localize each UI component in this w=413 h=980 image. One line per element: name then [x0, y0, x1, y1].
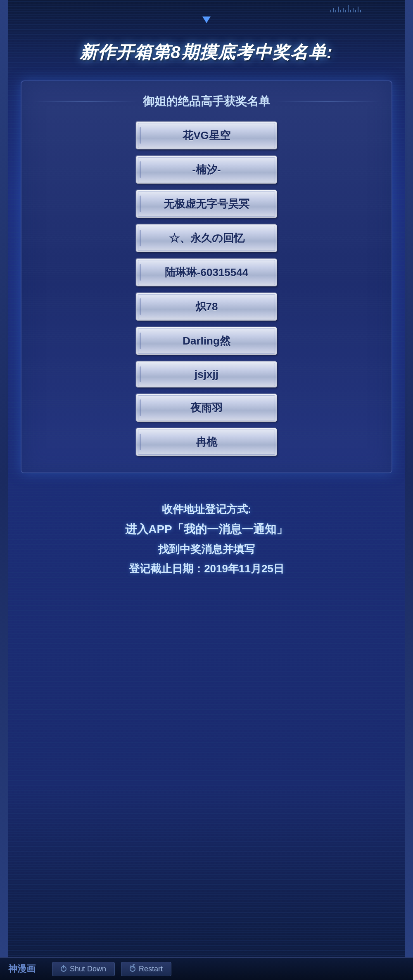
winner-name-3: 无极虚无字号昊冥	[149, 197, 264, 211]
info-line-4: 登记截止日期：2019年11月25日	[25, 562, 388, 576]
winners-card: 御姐的绝品高手获奖名单 花VG星空 -楠汐- 无极虚无字号昊冥 ☆、永久の回忆 …	[21, 80, 392, 473]
bottom-bar: 神漫画 Shut Down Restart	[0, 957, 413, 980]
winner-item-8: jsjxjj	[136, 361, 277, 387]
winner-item-9: 夜雨羽	[136, 394, 277, 422]
top-decoration	[0, 0, 413, 33]
bottom-buttons: Shut Down Restart	[52, 962, 171, 976]
winner-name-8: jsjxjj	[149, 368, 264, 381]
page-title: 新作开箱第8期摸底考中奖名单:	[25, 41, 388, 64]
winner-name-7: Darling然	[149, 334, 264, 348]
restart-label: Restart	[139, 965, 163, 973]
section-title: 御姐的绝品高手获奖名单	[34, 94, 379, 109]
winner-name-10: 冉桅	[149, 435, 264, 449]
top-ruler	[330, 4, 380, 12]
bottom-info: 收件地址登记方式: 进入APP「我的一消息一通知」 找到中奖消息并填写 登记截止…	[0, 490, 413, 589]
winner-item-1: 花VG星空	[136, 122, 277, 149]
winner-name-6: 炽78	[149, 300, 264, 314]
winner-name-2: -楠汐-	[149, 163, 264, 177]
winner-name-9: 夜雨羽	[149, 401, 264, 415]
winner-item-5: 陆琳琳-60315544	[136, 259, 277, 286]
app-logo: 神漫画	[8, 963, 36, 975]
restart-icon	[130, 966, 135, 972]
info-line-3: 找到中奖消息并填写	[25, 542, 388, 557]
left-side-decoration	[0, 0, 8, 957]
info-line-2: 进入APP「我的一消息一通知」	[25, 522, 388, 537]
restart-button[interactable]: Restart	[121, 962, 171, 976]
winner-item-6: 炽78	[136, 293, 277, 321]
winner-list: 花VG星空 -楠汐- 无极虚无字号昊冥 ☆、永久の回忆 陆琳琳-60315544…	[34, 122, 379, 456]
right-side-decoration	[405, 0, 413, 957]
main-title-area: 新作开箱第8期摸底考中奖名单:	[0, 33, 413, 76]
winner-name-5: 陆琳琳-60315544	[149, 265, 264, 280]
power-icon	[61, 966, 66, 972]
winner-item-7: Darling然	[136, 327, 277, 355]
triangle-indicator	[202, 17, 211, 23]
info-line-1: 收件地址登记方式:	[25, 502, 388, 517]
winner-item-4: ☆、永久の回忆	[136, 224, 277, 252]
winner-name-4: ☆、永久の回忆	[149, 231, 264, 246]
shutdown-label: Shut Down	[70, 965, 106, 973]
winner-item-2: -楠汐-	[136, 156, 277, 184]
winner-item-10: 冉桅	[136, 428, 277, 456]
winner-item-3: 无极虚无字号昊冥	[136, 190, 277, 218]
shutdown-button[interactable]: Shut Down	[52, 962, 115, 976]
winner-name-1: 花VG星空	[149, 128, 264, 143]
